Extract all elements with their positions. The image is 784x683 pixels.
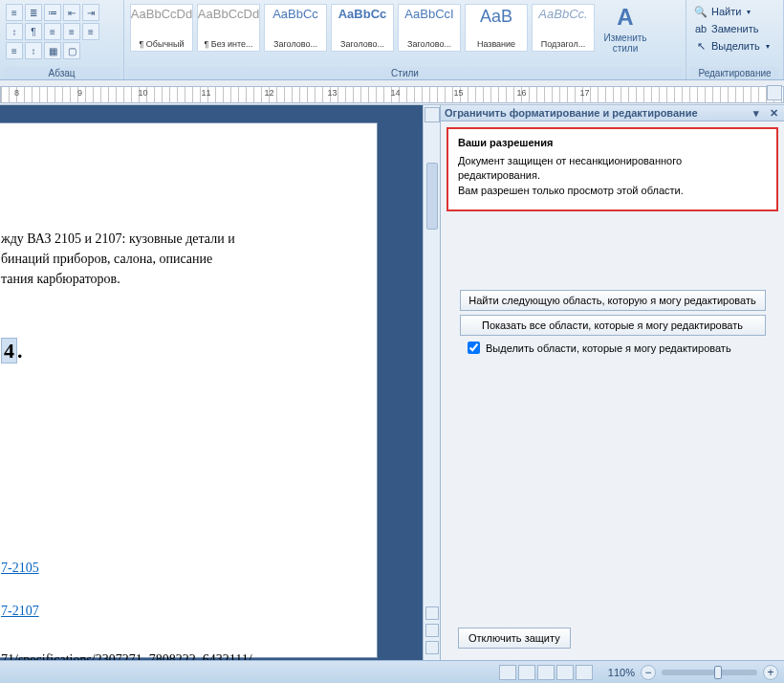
justify-icon[interactable]: ≡ — [6, 42, 23, 59]
doc-number: 4. — [1, 335, 358, 366]
decrease-indent-icon[interactable]: ⇤ — [63, 4, 80, 21]
paragraph-group: ≡ ≣ ≔ ⇤ ⇥ ↕ ¶ ≡ ≡ ≡ ≡ ↕ ▦ ▢ Абзац — [0, 0, 124, 79]
horizontal-ruler[interactable]: 891011121314151617 — [0, 86, 784, 103]
hand-tool-icon[interactable] — [425, 107, 440, 122]
line-spacing-icon[interactable]: ↕ — [25, 42, 42, 59]
selected-digit: 4 — [1, 338, 17, 364]
replace-icon: ab — [694, 22, 708, 35]
styles-group-label: Стили — [128, 67, 682, 79]
editing-group-label: Редактирование — [690, 67, 779, 79]
scroll-up-icon[interactable] — [425, 606, 439, 620]
scroll-down-icon[interactable] — [425, 641, 439, 654]
document-page[interactable]: жду ВАЗ 2105 и 2107: кузовные детали и б… — [0, 122, 378, 658]
paragraph-group-label: Абзац — [4, 67, 120, 79]
work-area: жду ВАЗ 2105 и 2107: кузовные детали и б… — [0, 105, 784, 660]
align-center-icon[interactable]: ≡ — [63, 23, 80, 40]
zoom-in-button[interactable]: + — [763, 665, 778, 680]
web-layout-view-icon[interactable] — [537, 665, 555, 680]
permissions-text: Вам разрешен только просмотр этой област… — [458, 184, 767, 198]
doc-link[interactable]: 7-2105 — [1, 558, 358, 578]
task-pane-title: Ограничить форматирование и редактирован… — [445, 107, 698, 119]
document-panel: жду ВАЗ 2105 и 2107: кузовные детали и б… — [0, 105, 423, 660]
cursor-icon: ↖ — [694, 39, 708, 53]
bullets-icon[interactable]: ≡ — [6, 4, 23, 21]
style-heading3[interactable]: AaBbCcI Заголово... — [398, 4, 461, 52]
binoculars-icon: 🔍 — [694, 5, 708, 18]
align-right-icon[interactable]: ≡ — [82, 23, 99, 40]
highlight-checkbox-label: Выделить области, которые я могу редакти… — [486, 342, 731, 354]
permissions-text: Документ защищен от несанкционированного… — [458, 154, 767, 184]
zoom-out-button[interactable]: − — [641, 665, 656, 680]
task-pane-footer: Отключить защиту — [441, 628, 784, 660]
style-heading2[interactable]: AaBbCc Заголово... — [331, 4, 394, 52]
doc-url-text: 71/specifications/2307271_7808222_643211… — [1, 650, 358, 660]
ruler-numbers: 891011121314151617 — [1, 88, 632, 98]
increase-indent-icon[interactable]: ⇥ — [82, 4, 99, 21]
doc-line: бинаций приборов, салона, описание — [1, 249, 358, 269]
zoom-percentage[interactable]: 110% — [608, 667, 635, 678]
highlight-checkbox-input[interactable] — [468, 342, 480, 354]
paragraph-buttons: ≡ ≣ ≔ ⇤ ⇥ ↕ ¶ ≡ ≡ ≡ ≡ ↕ ▦ ▢ — [4, 2, 120, 61]
change-styles-icon: A — [617, 4, 633, 31]
style-nospacing[interactable]: AaBbCcDd ¶ Без инте... — [197, 4, 260, 52]
task-pane-header: Ограничить форматирование и редактирован… — [441, 105, 784, 121]
doc-link[interactable]: 7-2107 — [1, 601, 358, 621]
borders-icon[interactable]: ▢ — [63, 42, 80, 59]
zoom-slider-thumb[interactable] — [714, 666, 722, 679]
pilcrow-icon[interactable]: ¶ — [25, 23, 42, 40]
task-pane-dropdown-icon[interactable]: ▾ — [750, 107, 763, 119]
replace-button[interactable]: ab Заменить — [692, 21, 777, 36]
scrollbar-thumb[interactable] — [426, 163, 438, 230]
draft-view-icon[interactable] — [576, 665, 593, 680]
print-layout-view-icon[interactable] — [499, 665, 516, 680]
fullscreen-reading-view-icon[interactable] — [518, 665, 535, 680]
ribbon: ≡ ≣ ≔ ⇤ ⇥ ↕ ¶ ≡ ≡ ≡ ≡ ↕ ▦ ▢ Абзац AaBbCc… — [0, 0, 784, 80]
ruler-toggle-button[interactable] — [767, 85, 782, 100]
permissions-title: Ваши разрешения — [458, 137, 767, 148]
style-subtitle[interactable]: AaBbCc. Подзагол... — [532, 4, 595, 52]
show-all-regions-button[interactable]: Показать все области, которые я могу ред… — [460, 315, 766, 336]
change-styles-button[interactable]: A Изменить стили — [599, 4, 652, 54]
outline-view-icon[interactable] — [556, 665, 574, 680]
status-bar: 110% − + — [0, 660, 784, 683]
task-pane-close-icon[interactable]: ✕ — [767, 107, 780, 119]
numbering-icon[interactable]: ≣ — [25, 4, 42, 21]
doc-line: жду ВАЗ 2105 и 2107: кузовные детали и — [1, 229, 358, 249]
align-left-icon[interactable]: ≡ — [44, 23, 61, 40]
find-next-region-button[interactable]: Найти следующую область, которую я могу … — [460, 290, 766, 311]
editing-group: 🔍 Найти▾ ab Заменить ↖ Выделить▾ Редакти… — [686, 0, 784, 79]
style-heading1[interactable]: AaBbCc Заголово... — [264, 4, 327, 52]
styles-group: AaBbCcDd ¶ Обычный AaBbCcDd ¶ Без инте..… — [124, 0, 686, 79]
zoom-slider[interactable] — [662, 670, 757, 675]
style-title[interactable]: АаВ Название — [465, 4, 528, 52]
restrict-editing-pane: Ограничить форматирование и редактирован… — [440, 105, 784, 660]
find-button[interactable]: 🔍 Найти▾ — [692, 4, 777, 19]
style-normal[interactable]: AaBbCcDd ¶ Обычный — [130, 4, 193, 52]
ruler-area: 891011121314151617 — [0, 80, 784, 105]
sort-icon[interactable]: ↕ — [6, 23, 23, 40]
browse-object-icon[interactable] — [425, 624, 439, 637]
doc-line: тания карбюраторов. — [1, 269, 358, 289]
change-styles-label: Изменить стили — [599, 33, 652, 54]
view-buttons — [499, 665, 593, 680]
highlight-regions-checkbox[interactable]: Выделить области, которые я могу редакти… — [468, 342, 774, 354]
multilevel-icon[interactable]: ≔ — [44, 4, 61, 21]
task-pane-body: Найти следующую область, которую я могу … — [441, 219, 784, 364]
shading-icon[interactable]: ▦ — [44, 42, 61, 59]
vertical-scrollbar[interactable] — [423, 105, 440, 660]
stop-protection-button[interactable]: Отключить защиту — [458, 628, 571, 649]
select-button[interactable]: ↖ Выделить▾ — [692, 38, 777, 54]
permissions-box: Ваши разрешения Документ защищен от неса… — [446, 127, 778, 211]
styles-gallery[interactable]: AaBbCcDd ¶ Обычный AaBbCcDd ¶ Без инте..… — [128, 2, 682, 55]
